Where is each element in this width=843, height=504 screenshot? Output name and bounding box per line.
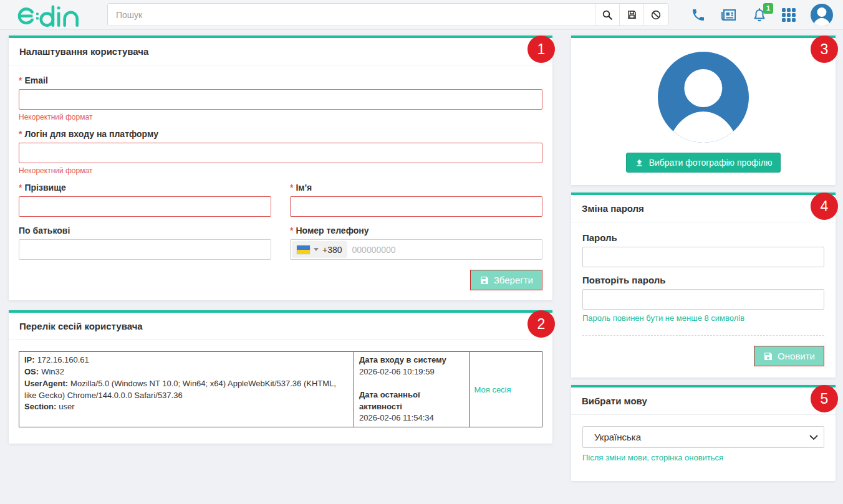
ukraine-flag-icon <box>297 245 310 254</box>
save-search-button[interactable] <box>619 4 643 26</box>
search-bar <box>107 3 668 26</box>
step-badge-2: 2 <box>527 310 555 338</box>
profile-button[interactable] <box>811 4 833 26</box>
required-asterisk: * <box>19 75 22 85</box>
repeat-password-label: Повторіть пароль <box>582 275 824 285</box>
my-session-link[interactable]: Моя сесія <box>474 385 511 394</box>
panel-profile-photo: 3 Вибрати фотографію профілю <box>571 36 836 185</box>
save-icon <box>763 351 773 361</box>
ban-icon <box>650 9 662 21</box>
required-asterisk: * <box>290 183 293 193</box>
notifications-button[interactable]: 1 <box>752 7 767 22</box>
phone-field: +380 <box>290 239 542 260</box>
country-code-dropdown[interactable]: +380 <box>292 241 347 258</box>
save-button[interactable]: Зберегти <box>470 270 542 290</box>
middle-name-label: По батькові <box>19 226 271 235</box>
panel-user-settings-title: Налаштування користувача <box>9 38 552 65</box>
session-row: IP:172.16.160.61 OS:Win32 UserAgent:Mozi… <box>19 352 542 427</box>
save-icon <box>627 9 637 20</box>
first-name-input[interactable] <box>290 196 542 217</box>
news-button[interactable] <box>721 7 737 22</box>
clear-search-button[interactable] <box>643 4 668 26</box>
required-asterisk: * <box>290 226 293 235</box>
phone-icon <box>691 7 706 22</box>
panel-sessions: 2 Перелік сесій користувача IP:172.16.16… <box>9 310 552 444</box>
panel-sessions-title: Перелік сесій користувача <box>9 313 552 340</box>
upload-icon <box>635 158 644 168</box>
notifications-count-badge: 1 <box>763 3 773 14</box>
search-button[interactable] <box>595 4 619 26</box>
search-input[interactable] <box>108 4 595 26</box>
required-asterisk: * <box>19 129 22 139</box>
password-label: Пароль <box>582 232 824 243</box>
session-info-cell: IP:172.16.160.61 OS:Win32 UserAgent:Mozi… <box>19 352 354 427</box>
panel-change-password: 4 Зміна пароля Пароль Повторіть пароль П… <box>571 193 836 378</box>
session-dates-cell: Дата входу в систему 2026-02-06 10:19:59… <box>354 352 469 427</box>
login-input[interactable] <box>19 143 542 163</box>
login-error: Некоректний формат <box>19 166 542 175</box>
phone-prefix: +380 <box>322 245 342 255</box>
update-password-button[interactable]: Оновити <box>754 346 824 366</box>
header-icons: 1 <box>691 4 833 26</box>
phone-label: *Номер телефону <box>290 226 542 235</box>
newspaper-icon <box>721 7 737 22</box>
email-label: *Email <box>19 75 542 85</box>
user-avatar-icon <box>811 4 833 26</box>
last-name-input[interactable] <box>19 196 271 217</box>
email-error: Некоректний формат <box>19 113 542 121</box>
chevron-down-icon <box>314 248 319 251</box>
password-hint: Пароль повинен бути не менше 8 символів <box>582 313 824 323</box>
step-badge-1: 1 <box>527 36 555 63</box>
sessions-table: IP:172.16.160.61 OS:Win32 UserAgent:Mozi… <box>19 351 542 427</box>
save-icon <box>479 275 489 285</box>
apps-button[interactable] <box>782 8 796 22</box>
search-icon <box>602 9 613 21</box>
profile-avatar <box>658 52 749 143</box>
top-header: 1 <box>0 0 843 30</box>
language-select[interactable]: Українська <box>582 426 824 448</box>
panel-user-settings: 1 Налаштування користувача *Email Некоре… <box>9 36 552 300</box>
page-content: 1 Налаштування користувача *Email Некоре… <box>0 30 843 488</box>
login-label: *Логін для входу на платформу <box>19 129 542 139</box>
email-input[interactable] <box>19 89 542 110</box>
phone-button[interactable] <box>691 7 706 22</box>
step-badge-4: 4 <box>811 193 838 220</box>
panel-change-password-title: Зміна пароля <box>571 195 836 222</box>
last-name-label: *Прізвище <box>19 183 271 193</box>
panel-language: 5 Вибрати мову Українська Після зміни мо… <box>571 385 836 481</box>
phone-number-input[interactable] <box>347 245 541 255</box>
step-badge-3: 3 <box>811 36 838 63</box>
first-name-label: *Ім'я <box>290 183 542 193</box>
required-asterisk: * <box>19 183 22 193</box>
step-badge-5: 5 <box>811 385 838 412</box>
language-hint: Після зміни мови, сторінка оновиться <box>582 453 824 462</box>
choose-photo-button[interactable]: Вибрати фотографію профілю <box>626 153 781 173</box>
middle-name-input[interactable] <box>19 239 271 260</box>
divider <box>582 335 824 336</box>
panel-language-title: Вибрати мову <box>571 388 836 415</box>
password-input[interactable] <box>582 247 824 267</box>
edin-logo[interactable] <box>11 2 105 27</box>
edin-logo-icon <box>11 2 91 27</box>
apps-grid-icon <box>782 8 796 22</box>
session-action-cell: Моя сесія <box>469 352 542 427</box>
repeat-password-input[interactable] <box>582 289 824 310</box>
